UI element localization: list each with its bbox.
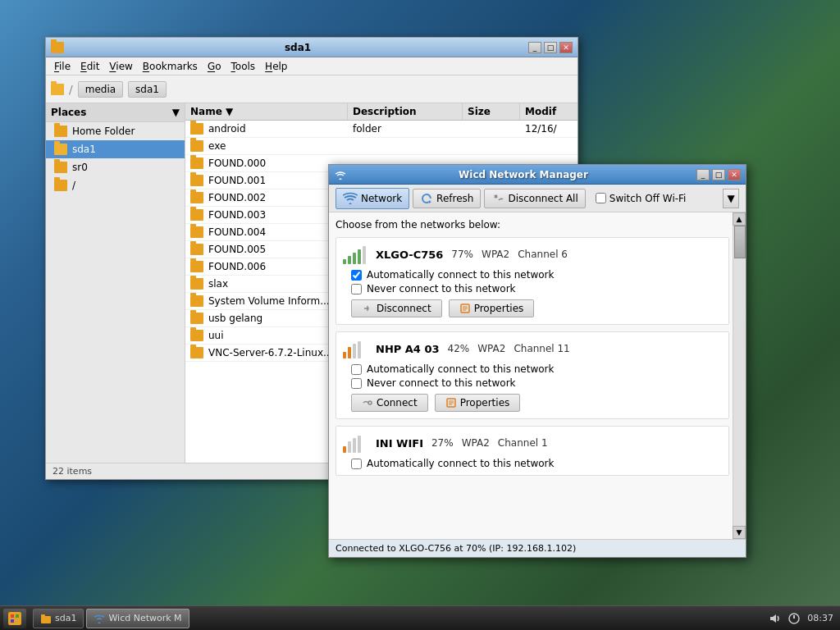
wicd-maximize-button[interactable]: □ [712, 169, 725, 180]
scroll-thumb[interactable] [734, 226, 746, 258]
properties-button-nhp[interactable]: Properties [435, 394, 521, 412]
auto-connect-label-xlgo: Automatically connect to this network [367, 269, 554, 281]
file-folder-icon [190, 347, 203, 358]
col-size[interactable]: Size [463, 103, 520, 120]
col-description[interactable]: Description [348, 103, 463, 120]
taskbar-clock: 08:37 [807, 613, 833, 623]
auto-connect-checkbox-ini[interactable] [351, 459, 362, 469]
auto-connect-checkbox-nhp[interactable] [351, 364, 362, 375]
col-modified[interactable]: Modif [520, 103, 578, 120]
wicd-window-controls: _ □ ✕ [696, 169, 741, 180]
sidebar-item-home[interactable]: Home Folder [46, 122, 185, 140]
col-name[interactable]: Name ▼ [185, 103, 348, 120]
fm-menubar: File Edit View Bookmarks Go Tools Help [46, 57, 578, 75]
network-security-xlgo: WPA2 [482, 249, 509, 260]
wicd-close-button[interactable]: ✕ [728, 169, 741, 180]
scroll-up-button[interactable]: ▲ [733, 212, 746, 226]
switch-wifi-label: Switch Off Wi-Fi [609, 193, 687, 204]
signal-bars-nhp [343, 339, 368, 358]
fm-close-button[interactable]: ✕ [559, 42, 573, 53]
bar2 [348, 256, 351, 264]
taskbar-start-button[interactable] [3, 609, 26, 628]
file-folder-icon [190, 295, 203, 307]
file-folder-icon [190, 244, 203, 255]
fm-minimize-button[interactable]: _ [528, 42, 541, 53]
bar4 [358, 436, 361, 453]
connect-button-nhp[interactable]: Connect [351, 394, 428, 412]
auto-connect-label-nhp: Automatically connect to this network [367, 363, 554, 375]
wicd-window: Wicd Network Manager _ □ ✕ Network Refre… [328, 164, 746, 558]
menu-file[interactable]: File [49, 60, 75, 73]
path-media[interactable]: media [78, 81, 123, 98]
fm-titlebar: sda1 _ □ ✕ [46, 38, 578, 57]
wicd-content: Choose from the networks below: XLGO-C75… [329, 212, 746, 539]
bar4 [358, 249, 361, 264]
wicd-window-icon [334, 168, 347, 181]
start-logo [10, 614, 20, 623]
path-sda1[interactable]: sda1 [128, 81, 167, 98]
never-connect-label-nhp: Never connect to this network [367, 377, 516, 389]
properties-icon-nhp [445, 397, 457, 409]
disconnect-icon [491, 192, 504, 205]
table-row[interactable]: android folder12/16/ [185, 121, 578, 138]
disconnect-icon-xlgo [362, 303, 373, 314]
sidebar-item-root[interactable]: / [46, 176, 185, 194]
network-strength-ini: 27% [431, 437, 454, 449]
wicd-statusbar: Connected to XLGO-C756 at 70% (IP: 192.1… [329, 539, 746, 557]
svg-point-5 [368, 401, 372, 404]
disconnect-button-xlgo[interactable]: Disconnect [351, 299, 442, 317]
wicd-scrollbar[interactable]: ▲ ▼ [733, 212, 746, 539]
switch-wifi-checkbox[interactable] [596, 193, 606, 203]
network-label: Network [361, 193, 402, 204]
taskbar-app-label-sda1: sda1 [55, 613, 76, 623]
fm-sidebar: Places ▼ Home Folder sda1 sr0 / [46, 103, 185, 463]
menu-edit[interactable]: Edit [75, 60, 104, 73]
properties-button-xlgo[interactable]: Properties [449, 299, 535, 317]
file-folder-icon [190, 226, 203, 238]
file-folder-icon [190, 278, 203, 290]
wicd-status-text: Connected to XLGO-C756 at 70% (IP: 192.1… [336, 543, 576, 554]
menu-view[interactable]: View [104, 60, 137, 73]
never-connect-checkbox-xlgo[interactable] [351, 284, 362, 294]
table-row[interactable]: exe [185, 138, 578, 155]
menu-tools[interactable]: Tools [226, 60, 261, 73]
fm-window-controls: _ □ ✕ [528, 42, 573, 53]
disconnect-all-button[interactable]: Disconnect All [484, 189, 585, 208]
start-icon [8, 612, 21, 625]
taskbar: sda1 Wicd Network M 08:37 [0, 605, 840, 630]
volume-icon [768, 612, 781, 625]
menu-bookmarks[interactable]: Bookmarks [138, 60, 203, 73]
disconnect-all-label: Disconnect All [508, 193, 578, 204]
taskbar-app-wicd[interactable]: Wicd Network M [86, 609, 189, 628]
network-strength-nhp: 42% [448, 343, 470, 354]
wicd-minimize-button[interactable]: _ [696, 169, 710, 180]
menu-go[interactable]: Go [203, 60, 226, 73]
network-strength-xlgo: 77% [451, 249, 473, 260]
action-row-nhp: Connect Properties [351, 394, 722, 412]
properties-icon-xlgo [459, 303, 471, 314]
refresh-icon [420, 192, 433, 205]
signal-bars-xlgo [343, 244, 368, 264]
toolbar-dropdown[interactable]: ▼ [723, 189, 739, 208]
sidebar-item-sr0[interactable]: sr0 [46, 158, 185, 176]
network-button[interactable]: Network [336, 188, 409, 209]
auto-connect-label-ini: Automatically connect to this network [367, 458, 554, 469]
sr0-folder-icon [54, 162, 67, 173]
bar1 [343, 352, 346, 358]
auto-connect-checkbox-xlgo[interactable] [351, 270, 362, 281]
taskbar-app-sda1[interactable]: sda1 [33, 609, 84, 628]
svg-marker-0 [429, 200, 431, 203]
network-security-ini: WPA2 [462, 437, 490, 449]
fm-toolbar: / media sda1 [46, 75, 578, 103]
network-channel-ini: Channel 1 [498, 437, 548, 449]
network-card-xlgo: XLGO-C756 77% WPA2 Channel 6 Automatical… [336, 237, 729, 325]
bar1 [343, 259, 346, 264]
scroll-down-button[interactable]: ▼ [733, 526, 746, 539]
sidebar-item-sda1[interactable]: sda1 [46, 140, 185, 158]
taskbar-folder-icon [40, 613, 52, 624]
refresh-button[interactable]: Refresh [413, 189, 481, 208]
taskbar-network-icon [94, 613, 105, 624]
never-connect-checkbox-nhp[interactable] [351, 378, 362, 389]
fm-maximize-button[interactable]: □ [544, 42, 557, 53]
menu-help[interactable]: Help [260, 60, 292, 73]
